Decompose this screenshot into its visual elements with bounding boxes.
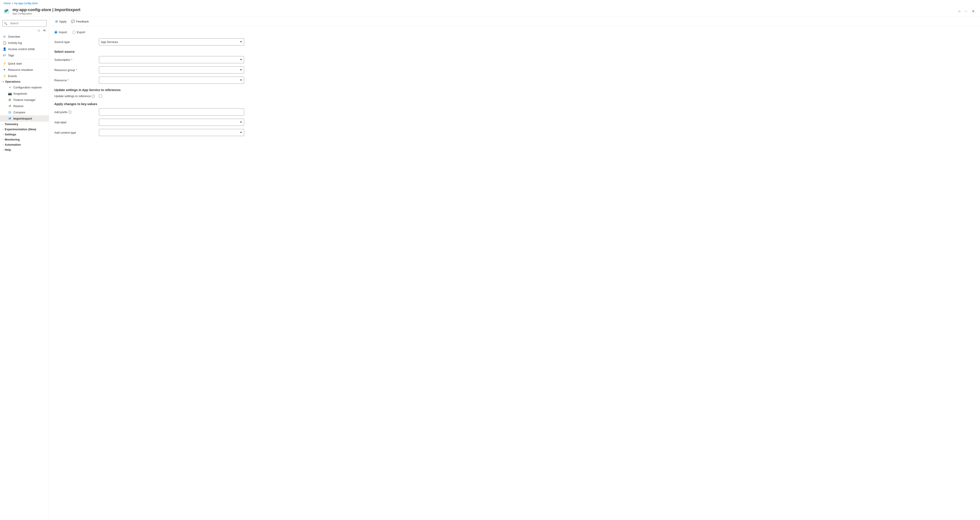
- sidebar-item-events[interactable]: ⚡ Events: [0, 73, 49, 79]
- import-radio[interactable]: [54, 31, 57, 34]
- sidebar-item-configuration-explorer[interactable]: ≡ Configuration explorer: [0, 84, 49, 91]
- sidebar-section-monitoring[interactable]: › Monitoring: [0, 137, 49, 142]
- update-settings-info-icon[interactable]: i: [92, 95, 95, 98]
- resource-group-label: Resource group *: [54, 68, 99, 72]
- export-radio[interactable]: [72, 31, 75, 34]
- sidebar-section-operations[interactable]: ▾ Operations: [0, 79, 49, 84]
- add-prefix-input[interactable]: [99, 108, 244, 116]
- subscription-required-marker: *: [71, 58, 72, 62]
- import-radio-option[interactable]: Import: [54, 30, 67, 34]
- monitoring-section-label: Monitoring: [5, 138, 20, 141]
- feedback-icon: 💬: [71, 20, 75, 23]
- sidebar-item-overview[interactable]: ⊙ Overview: [0, 33, 49, 40]
- more-button[interactable]: ···: [964, 8, 968, 14]
- subscription-select[interactable]: [99, 56, 244, 63]
- import-export-radio-group: Import Export: [54, 30, 244, 34]
- add-label-label: Add label: [54, 121, 99, 124]
- sidebar-item-compare[interactable]: ⊟ Compare: [0, 109, 49, 115]
- apply-changes-heading: Apply changes to key-values: [54, 102, 244, 106]
- sidebar-item-import-export[interactable]: ⇄ Import/export: [0, 115, 49, 122]
- sidebar-section-experimentation[interactable]: › Experimentation (New): [0, 127, 49, 132]
- resource-group-row: Resource group *: [54, 66, 244, 73]
- favorite-button[interactable]: ☆: [957, 8, 962, 14]
- experimentation-chevron-icon: ›: [3, 128, 3, 130]
- add-content-type-select[interactable]: [99, 129, 244, 136]
- sidebar-item-feature-manager[interactable]: ⊞ Feature manager: [0, 97, 49, 103]
- source-type-control: App Services Configuration File Azure Ap…: [99, 38, 244, 45]
- source-type-row: Source type App Services Configuration F…: [54, 38, 244, 45]
- resource-visualizer-icon: ✦: [3, 68, 6, 72]
- automation-section-label: Automation: [5, 143, 21, 146]
- resource-control: [99, 76, 244, 84]
- apply-icon: ⊞: [55, 20, 58, 23]
- sidebar-item-tags[interactable]: 🏷 Tags: [0, 52, 49, 58]
- subscription-row: Subscription *: [54, 56, 244, 63]
- apply-label: Apply: [59, 20, 67, 23]
- toolbar: ⊞ Apply 💬 Feedback: [49, 17, 980, 26]
- snapshots-icon: 📷: [8, 92, 11, 95]
- compare-icon: ⊟: [8, 110, 11, 114]
- add-label-control: [99, 119, 244, 126]
- help-chevron-icon: ›: [3, 148, 3, 151]
- export-radio-option[interactable]: Export: [72, 30, 85, 34]
- sidebar-controls: ◇ ≪: [0, 28, 49, 33]
- apply-button[interactable]: ⊞ Apply: [54, 19, 68, 24]
- sidebar-section-help[interactable]: › Help: [0, 147, 49, 152]
- subscription-control: [99, 56, 244, 63]
- source-type-select[interactable]: App Services Configuration File Azure Ap…: [99, 38, 244, 45]
- sidebar-section-telemetry[interactable]: › Telemetry: [0, 122, 49, 127]
- feedback-button[interactable]: 💬 Feedback: [69, 19, 91, 24]
- resource-select[interactable]: [99, 76, 244, 84]
- automation-chevron-icon: ›: [3, 143, 3, 146]
- sidebar-item-label-access-control: Access control (IAM): [8, 48, 35, 51]
- overview-icon: ⊙: [3, 35, 6, 38]
- content-area: ⊞ Apply 💬 Feedback Import Export: [49, 17, 980, 520]
- help-section-label: Help: [5, 148, 11, 151]
- sidebar-item-label-snapshots: Snapshots: [13, 92, 27, 95]
- sidebar-item-label-feature-manager: Feature manager: [13, 98, 36, 102]
- page-header-titles: my-app-config-store | Import/export App …: [13, 8, 954, 15]
- close-button[interactable]: ✕: [970, 8, 977, 14]
- config-explorer-icon: ≡: [8, 86, 11, 89]
- sidebar-item-activity-log[interactable]: 📋 Activity log: [0, 40, 49, 46]
- breadcrumb-resource[interactable]: my-app-config-store: [14, 2, 38, 5]
- search-input[interactable]: [8, 21, 45, 26]
- breadcrumb-home[interactable]: Home: [3, 2, 11, 5]
- sidebar-item-quick-start[interactable]: ⚡ Quick start: [0, 60, 49, 67]
- add-label-select[interactable]: [99, 119, 244, 126]
- sidebar-item-label-import-export: Import/export: [13, 117, 32, 120]
- sidebar-section-automation[interactable]: › Automation: [0, 142, 49, 147]
- select-source-heading: Select source: [54, 50, 244, 54]
- add-prefix-info-icon[interactable]: i: [68, 110, 72, 114]
- add-content-type-label: Add content type: [54, 131, 99, 134]
- monitoring-chevron-icon: ›: [3, 138, 3, 141]
- export-label: Export: [77, 30, 85, 34]
- add-content-type-control: [99, 129, 244, 136]
- sidebar-item-resource-visualizer[interactable]: ✦ Resource visualizer: [0, 67, 49, 73]
- import-export-icon: ⇄: [8, 117, 11, 120]
- telemetry-section-label: Telemetry: [5, 122, 18, 126]
- sidebar-item-restore[interactable]: ↺ Restore: [0, 103, 49, 109]
- update-settings-checkbox[interactable]: [99, 95, 102, 98]
- subscription-label: Subscription *: [54, 58, 99, 62]
- sidebar-section-settings[interactable]: › Settings: [0, 132, 49, 137]
- sidebar-item-snapshots[interactable]: 📷 Snapshots: [0, 91, 49, 97]
- pin-button[interactable]: ◇: [37, 28, 41, 32]
- add-content-type-row: Add content type: [54, 129, 244, 136]
- main-layout: 🔍 ◇ ≪ ⊙ Overview 📋 Activity log 👤 Access…: [0, 17, 980, 520]
- collapse-button[interactable]: ≪: [42, 28, 47, 32]
- add-prefix-label: Add prefix i: [54, 110, 99, 114]
- resource-group-select[interactable]: [99, 66, 244, 73]
- search-field-wrapper[interactable]: 🔍: [2, 20, 46, 27]
- feature-manager-icon: ⊞: [8, 98, 11, 102]
- experimentation-section-label: Experimentation (New): [5, 127, 36, 131]
- sidebar-item-label-tags: Tags: [8, 54, 14, 57]
- sidebar-item-label-overview: Overview: [8, 35, 20, 38]
- operations-chevron-icon: ▾: [3, 80, 4, 83]
- events-icon: ⚡: [3, 74, 6, 78]
- sidebar: 🔍 ◇ ≪ ⊙ Overview 📋 Activity log 👤 Access…: [0, 17, 49, 520]
- sidebar-item-access-control[interactable]: 👤 Access control (IAM): [0, 46, 49, 52]
- sidebar-item-label-events: Events: [8, 75, 17, 78]
- feedback-label: Feedback: [76, 20, 89, 23]
- resource-row: Resource *: [54, 76, 244, 84]
